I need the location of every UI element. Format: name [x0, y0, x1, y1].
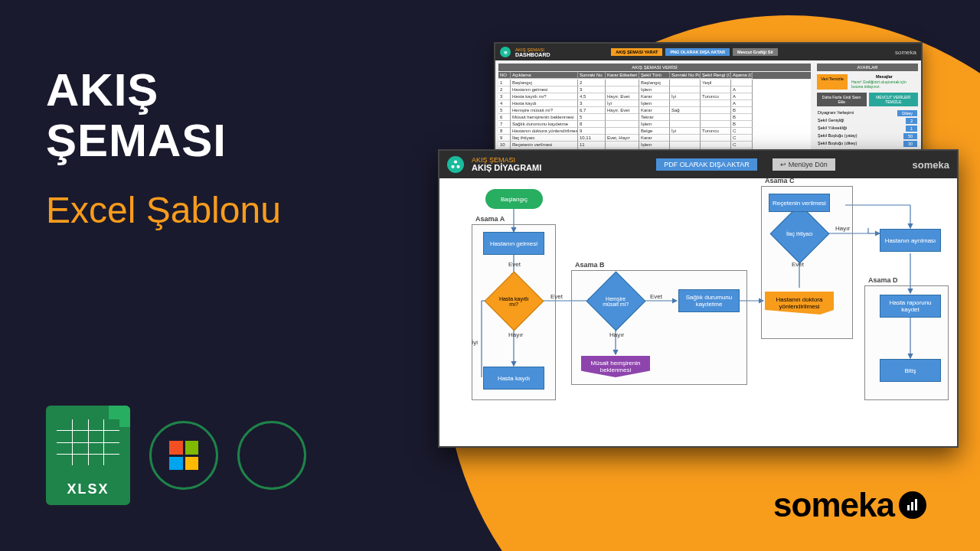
- lane-d-label: Asama D: [868, 276, 898, 284]
- back-to-menu-button[interactable]: ↩ Menüye Dön: [773, 158, 835, 171]
- node-prescription[interactable]: Reçetenin verilmesi: [769, 194, 830, 212]
- col-desc: Açıklama: [511, 72, 578, 79]
- lane-b-label: Asama B: [575, 261, 605, 269]
- settings-rows: Diyagram YerleşimiDikeyŞekil Genişliği2Ş…: [817, 109, 918, 148]
- setting-row: Diyagram YerleşimiDikey: [817, 109, 918, 117]
- table-row[interactable]: 3Hasta kayıtlı mı?4,5Hayır, EvetKararİyi…: [498, 93, 811, 100]
- node-patient-leaves[interactable]: Hastanın ayrılması: [880, 229, 941, 252]
- node-end[interactable]: Bitiş: [880, 359, 941, 382]
- settings-panel: AYARLAR Veri Temizle Mesajlar Hazır! Gra…: [814, 60, 921, 163]
- title-line-2: ŞEMASI: [46, 116, 281, 166]
- table-row[interactable]: 10Reçetenin verilmesi11İşlemC: [498, 142, 811, 148]
- col-next: Sonraki No: [578, 72, 606, 79]
- edge-evet-1: Evet: [508, 261, 521, 268]
- xlsx-label: XLSX: [46, 481, 130, 497]
- col-shape: Şekil Türü: [639, 72, 670, 79]
- node-start[interactable]: Başlangıç: [485, 189, 543, 209]
- status-message: Hazır! Grafiğinizi oluşturmak için buton…: [851, 79, 918, 90]
- page-name-small: DASHBOARD: [515, 52, 550, 57]
- svg-rect-0: [907, 505, 910, 510]
- table-row[interactable]: 9İlaç ihtiyacı10,11Evet, HayırKararC: [498, 135, 811, 142]
- col-no: NO: [498, 72, 511, 79]
- setting-value[interactable]: 30: [903, 141, 917, 147]
- node-patient-arrives[interactable]: Hastanın gelmesi: [483, 232, 544, 255]
- svg-rect-1: [911, 502, 913, 510]
- table-row[interactable]: 8Hastanın doktora yönlendirilmesi9Belgeİ…: [498, 128, 811, 135]
- brand-flowchart: someka: [913, 159, 949, 171]
- windows-icon: [169, 441, 198, 470]
- node-record-health[interactable]: Sağlık durumunu kaydetme: [678, 289, 740, 312]
- spreadsheet-grid-icon: [57, 419, 119, 465]
- col-stage: Aşama (Opsiyonel): [731, 72, 753, 79]
- setting-row: Şekil Boşluğu (yatay)50: [817, 132, 918, 140]
- setting-value[interactable]: 1: [906, 126, 917, 132]
- clear-all-button[interactable]: MEVCUT VERİLERİ TEMİZLE: [869, 93, 919, 106]
- back-arrow-icon: ↩: [780, 161, 786, 168]
- table-header-row: NO Açıklama Sonraki No Karar Etiketleri …: [498, 72, 811, 79]
- page-name: AKIŞ DİYAGRAMI: [472, 164, 541, 172]
- edge-evet-4: Evet: [792, 261, 804, 268]
- setting-value[interactable]: 2: [906, 118, 917, 124]
- brand-logo: someka: [773, 486, 926, 524]
- create-chart-button[interactable]: AKIŞ ŞEMASI YARAT: [611, 48, 662, 56]
- col-pos: Sonraki No Pozisyonu: [670, 72, 701, 79]
- table-row[interactable]: 1Başlangıç2BaşlangıçYeşil: [498, 80, 811, 86]
- setting-row: Şekil Yüksekliği1: [817, 125, 918, 132]
- table-row[interactable]: 7Sağlık durumunu kaydetme8İşlemB: [498, 121, 811, 128]
- lane-c-label: Asama C: [765, 177, 795, 184]
- svg-point-3: [454, 160, 457, 163]
- svg-point-5: [456, 165, 459, 168]
- add-rows-button[interactable]: Daha Fazla Girdi Satırı Ekle: [817, 93, 867, 106]
- flowchart-header: AKIŞ ŞEMASI AKIŞ DİYAGRAMI PDF OLARAK DI…: [439, 151, 957, 178]
- dashboard-header: ⎈ AKIŞ ŞEMASI DASHBOARD AKIŞ ŞEMASI YARA…: [495, 44, 921, 60]
- windows-badge: [149, 421, 218, 490]
- screenshot-dashboard: ⎈ AKIŞ ŞEMASI DASHBOARD AKIŞ ŞEMASI YARA…: [494, 42, 923, 165]
- setting-value[interactable]: Dikey: [897, 110, 917, 116]
- table-row[interactable]: 5Hemşire müsait mi?6,7Hayır, EvetKararSa…: [498, 107, 811, 114]
- apple-badge: [237, 421, 306, 490]
- clear-data-button[interactable]: Veri Temizle: [817, 74, 848, 90]
- screenshot-flowchart: AKIŞ ŞEMASI AKIŞ DİYAGRAMI PDF OLARAK DI…: [438, 149, 959, 448]
- node-register-patient[interactable]: Hasta kaydı: [483, 367, 544, 390]
- xlsx-file-icon: XLSX: [46, 406, 130, 505]
- col-color: Şekil Rengi (Opsiyonel): [701, 72, 731, 79]
- back-button-label: Menüye Dön: [789, 161, 828, 168]
- setting-value[interactable]: 50: [903, 133, 917, 139]
- brand-chart-icon: [899, 491, 926, 519]
- settings-title: AYARLAR: [817, 64, 918, 71]
- node-save-report[interactable]: Hasta raporunu kaydet: [880, 295, 941, 318]
- edge-evet-3: Evet: [650, 293, 662, 300]
- app-logo-icon: [447, 156, 464, 173]
- delete-chart-button[interactable]: Mevcut Grafiği Sil: [733, 48, 777, 56]
- export-pdf-button[interactable]: PDF OLARAK DIŞA AKTAR: [656, 158, 756, 171]
- edge-hayir-1: Hayır: [508, 331, 523, 338]
- table-row[interactable]: 6Müsait hemşirenin beklenmesi5TekrarB: [498, 114, 811, 121]
- title-block: AKIŞ ŞEMASI Excel Şablonu: [46, 65, 281, 231]
- title-line-1: AKIŞ: [46, 65, 281, 116]
- badges-row: XLSX: [46, 406, 306, 505]
- edge-hayir-2: Hayır: [609, 331, 624, 338]
- data-table: AKIŞ ŞEMASI VERİSİ NO Açıklama Sonraki N…: [495, 60, 814, 163]
- setting-row: Şekil Boşluğu (dikey)30: [817, 140, 918, 148]
- flowchart-canvas: Asama A Asama B Asama C Asama D Başlangı…: [439, 178, 957, 446]
- brand-small: someka: [895, 49, 916, 56]
- svg-rect-2: [915, 499, 917, 510]
- edge-hayir-3: Hayır: [835, 225, 850, 232]
- xlsx-badge: XLSX: [46, 406, 130, 505]
- table-title: AKIŞ ŞEMASI VERİSİ: [498, 64, 811, 71]
- setting-row: Şekil Genişliği2: [817, 117, 918, 125]
- table-row[interactable]: 2Hastanın gelmesi3İşlemA: [498, 86, 811, 93]
- svg-point-4: [451, 165, 454, 168]
- export-png-button[interactable]: PNG OLARAK DIŞA AKTAR: [665, 48, 730, 56]
- edge-evet-2: Evet: [550, 293, 563, 300]
- brand-text: someka: [773, 486, 894, 524]
- edge-iyi: İyi: [472, 339, 478, 346]
- app-logo-icon: ⎈: [500, 47, 511, 57]
- subtitle: Excel Şablonu: [46, 189, 281, 231]
- col-labels: Karar Etiketleri: [606, 72, 639, 79]
- table-row[interactable]: 4Hasta kaydı3İyiİşlemA: [498, 100, 811, 107]
- lane-a-label: Asama A: [475, 215, 505, 223]
